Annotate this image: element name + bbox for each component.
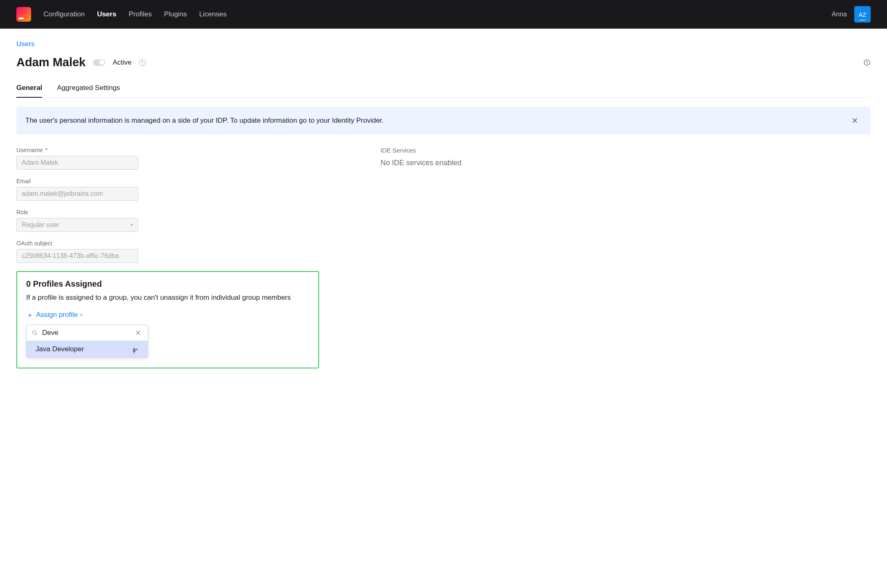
search-icon [32, 330, 38, 336]
role-value: Regular user [22, 221, 59, 229]
nav-profiles[interactable]: Profiles [128, 10, 152, 18]
breadcrumb-users[interactable]: Users [16, 40, 871, 48]
plus-icon: ＋ [26, 310, 34, 320]
assign-profile-label: Assign profile [36, 311, 78, 319]
cursor-icon [132, 347, 139, 355]
tab-general[interactable]: General [16, 84, 42, 98]
svg-point-1 [33, 331, 36, 334]
username-label: Username * [16, 147, 319, 153]
profiles-desc: If a profile is assigned to a group, you… [26, 294, 309, 302]
nav-users[interactable]: Users [97, 10, 116, 18]
username-input: Adam Malek [16, 156, 138, 170]
svg-line-2 [36, 334, 37, 335]
active-toggle[interactable] [93, 59, 105, 66]
idp-notice: The user's personal information is manag… [16, 107, 871, 135]
chevron-down-icon: ▾ [131, 222, 133, 228]
role-label: Role [16, 209, 319, 215]
nav-licenses[interactable]: Licenses [199, 10, 227, 18]
app-logo[interactable] [16, 7, 31, 22]
chevron-down-icon: ▾ [80, 312, 83, 318]
topbar: Configuration Users Profiles Plugins Lic… [0, 0, 887, 29]
notice-text: The user's personal information is manag… [25, 117, 384, 125]
main-nav: Configuration Users Profiles Plugins Lic… [43, 10, 832, 18]
tabs: General Aggregated Settings [16, 84, 871, 98]
title-row: Adam Malek Active ? [16, 56, 871, 69]
nav-configuration[interactable]: Configuration [43, 10, 85, 18]
option-label: Java Developer [36, 345, 84, 353]
email-input: adam.malek@jetbrains.com [16, 187, 138, 201]
avatar[interactable]: AZ [854, 6, 871, 22]
assign-profile-dropdown: ✕ Java Developer [26, 325, 148, 358]
profiles-assigned-panel: 0 Profiles Assigned If a profile is assi… [16, 271, 319, 368]
status-label: Active [113, 58, 131, 67]
user-area: Anna AZ [832, 6, 871, 22]
assign-profile-button[interactable]: ＋ Assign profile ▾ [26, 310, 309, 320]
help-icon[interactable]: ? [139, 59, 146, 66]
ide-services-text: No IDE services enabled [380, 159, 462, 167]
email-label: Email [16, 178, 319, 184]
tab-aggregated-settings[interactable]: Aggregated Settings [57, 84, 120, 98]
ide-services-label: IDE Services [380, 147, 462, 154]
profile-option-java-developer[interactable]: Java Developer [27, 341, 148, 357]
page-title: Adam Malek [16, 56, 86, 69]
current-user-name: Anna [832, 11, 847, 18]
oauth-label: OAuth subject [16, 240, 319, 247]
oauth-input: c25b8634-1138-473b-af6c-76dba [16, 249, 138, 263]
close-icon[interactable]: ✕ [848, 114, 862, 127]
nav-plugins[interactable]: Plugins [164, 10, 187, 18]
profiles-title: 0 Profiles Assigned [26, 279, 309, 289]
clear-icon[interactable]: ✕ [133, 328, 143, 337]
profile-search-input[interactable] [42, 329, 133, 337]
role-select[interactable]: Regular user ▾ [16, 218, 138, 232]
history-icon[interactable] [863, 59, 871, 66]
